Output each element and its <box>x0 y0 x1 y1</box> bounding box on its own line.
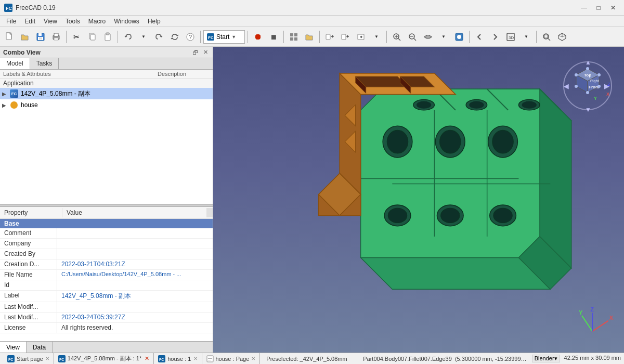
title-text: FreeCAD 0.19 <box>16 4 577 11</box>
props-row-createdby: Created By <box>0 249 213 259</box>
import-button[interactable] <box>338 30 353 44</box>
paste-button[interactable] <box>100 30 115 44</box>
fc-icon-start: FC <box>7 355 15 362</box>
fc-icon-142v: FC <box>58 355 66 362</box>
save-button[interactable] <box>33 30 48 44</box>
export3-dropdown[interactable]: ▼ <box>369 30 384 44</box>
svg-point-59 <box>575 85 578 88</box>
copy-button[interactable] <box>85 30 99 44</box>
zoom-area-button[interactable] <box>539 30 554 44</box>
combo-view-header: Combo View 🗗 ✕ <box>0 47 213 58</box>
stop-macro-button[interactable]: ⏹ <box>266 30 281 44</box>
model-tabs: Model Tasks <box>0 58 213 70</box>
menubar: File Edit View Tools Macro Windows Help <box>0 16 624 27</box>
svg-text:▼: ▼ <box>585 106 591 113</box>
zoom-out-button[interactable] <box>405 30 420 44</box>
export2-button[interactable] <box>354 30 368 44</box>
export-button[interactable] <box>322 30 337 44</box>
prop-value-creationdate: 2022-03-21T04:03:21Z <box>57 259 213 269</box>
tree-area[interactable]: Labels & Attributes Description Applicat… <box>0 70 213 204</box>
combo-view-buttons: 🗗 ✕ <box>191 48 210 57</box>
tab-data[interactable]: Data <box>27 342 53 353</box>
nav-cube[interactable]: ▲ ▼ ◀ ▶ Top Front Right <box>562 57 614 109</box>
minimize-button[interactable]: — <box>577 3 591 13</box>
std-view-dropdown[interactable]: ▼ <box>519 30 534 44</box>
prop-value-filename: C:/Users/Naisu/Desktop/142V_4P_5.08mm - … <box>57 270 213 280</box>
svg-line-107 <box>592 321 608 331</box>
undo-dropdown[interactable]: ▼ <box>136 30 151 44</box>
status-tab-house-page[interactable]: house : Page ✕ <box>202 353 261 364</box>
isometric-button[interactable] <box>555 30 569 44</box>
menu-view[interactable]: View <box>40 17 61 26</box>
redo-button[interactable] <box>152 30 166 44</box>
workbench-dropdown[interactable]: FC Start ▼ <box>203 30 245 44</box>
status-tab-house-close[interactable]: ✕ <box>193 356 198 361</box>
svg-text:3D: 3D <box>509 35 514 40</box>
maximize-button[interactable]: □ <box>592 3 605 13</box>
svg-point-61 <box>586 91 589 94</box>
tab-model[interactable]: Model <box>0 58 30 69</box>
menu-windows[interactable]: Windows <box>110 17 144 26</box>
close-button[interactable]: ✕ <box>606 3 620 13</box>
dimensions-label: 42.25 mm x 30.09 mm <box>564 355 621 362</box>
svg-point-60 <box>597 85 601 88</box>
undo-button[interactable] <box>121 30 135 44</box>
menu-edit[interactable]: Edit <box>20 17 40 26</box>
help-button[interactable]: ? <box>183 30 198 44</box>
new-button[interactable] <box>2 30 17 44</box>
svg-point-82 <box>440 130 461 153</box>
zoom-fit-button[interactable] <box>389 30 404 44</box>
expand-arrow-house[interactable]: ▶ <box>2 102 9 108</box>
menu-macro[interactable]: Macro <box>84 17 110 26</box>
svg-text:Top: Top <box>584 73 591 77</box>
svg-point-39 <box>543 34 549 39</box>
props-row-lastmod2: Last Modif... 2022-03-24T05:39:27Z <box>0 313 213 323</box>
viewport[interactable]: ▲ ▼ ◀ ▶ Top Front Right <box>213 47 624 353</box>
status-tab-start-close[interactable]: ✕ <box>45 356 49 361</box>
svg-point-88 <box>493 208 512 223</box>
menu-help[interactable]: Help <box>144 17 165 26</box>
combo-close-button[interactable]: ✕ <box>201 48 210 57</box>
status-tab-house-page-close[interactable]: ✕ <box>251 356 255 361</box>
combo-restore-button[interactable]: 🗗 <box>191 48 199 57</box>
open-button[interactable] <box>18 30 32 44</box>
status-tab-start[interactable]: FC Start page ✕ <box>3 353 54 364</box>
tree-section-application: Application <box>0 79 213 88</box>
svg-point-34 <box>426 35 430 38</box>
svg-point-92 <box>469 101 484 109</box>
tree-item-house[interactable]: ▶ house <box>0 99 213 111</box>
status-tab-142v[interactable]: FC 142V_4P_5.08mm - 副本 : 1* ✕ <box>54 353 154 364</box>
record-macro-button[interactable]: ⏺ <box>251 30 265 44</box>
separator-6 <box>319 31 320 43</box>
menu-file[interactable]: File <box>2 17 20 26</box>
tab-tasks[interactable]: Tasks <box>30 58 59 69</box>
svg-rect-120 <box>208 357 212 357</box>
renderer-button[interactable]: Blender▾ <box>532 355 560 362</box>
svg-rect-7 <box>39 37 42 40</box>
prop-value-license: All rights reserved. <box>57 323 213 333</box>
open-file-button[interactable] <box>302 30 317 44</box>
std-view-button[interactable]: 3D <box>503 30 518 44</box>
props-header: Property Value <box>0 207 213 219</box>
expand-arrow-142v[interactable]: ▶ <box>2 91 9 97</box>
cut-button[interactable]: ✂ <box>69 30 84 44</box>
svg-point-56 <box>575 73 578 76</box>
back-button[interactable] <box>472 30 487 44</box>
forward-button[interactable] <box>488 30 502 44</box>
view-mode-button[interactable] <box>421 30 435 44</box>
refresh-button[interactable] <box>167 30 182 44</box>
tab-view[interactable]: View <box>0 342 27 353</box>
bottom-tabs: View Data <box>0 341 213 353</box>
props-col-value: Value <box>62 208 206 217</box>
status-tab-house-page-label: house : Page <box>216 356 250 362</box>
3d-view-button[interactable] <box>287 30 301 44</box>
status-tab-house[interactable]: FC house : 1 ✕ <box>154 353 202 364</box>
separator-9 <box>536 31 537 43</box>
tree-item-142v[interactable]: ▶ FC 142V_4P_5.08mm - 副本 <box>0 88 213 99</box>
display-mode-button[interactable] <box>452 30 466 44</box>
svg-line-31 <box>414 38 416 41</box>
print-button[interactable] <box>49 30 63 44</box>
view-mode-dropdown[interactable]: ▼ <box>436 30 451 44</box>
menu-tools[interactable]: Tools <box>61 17 84 26</box>
prop-name-label: Label <box>0 291 57 302</box>
